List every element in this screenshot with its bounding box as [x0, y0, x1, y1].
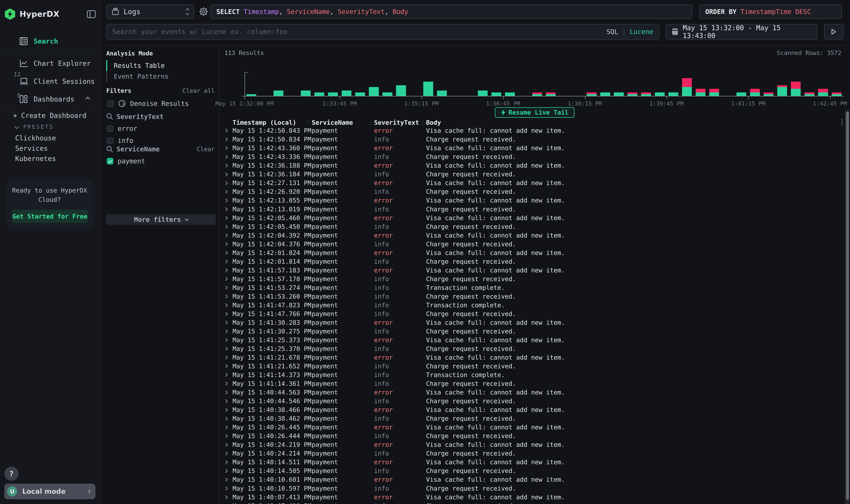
table-row[interactable]: May 15 1:40:24.214 PMpaymentinfoCharge r… — [223, 449, 843, 458]
row-expand-icon — [224, 312, 228, 316]
bar-ok-segment — [750, 92, 760, 96]
table-row[interactable]: May 15 1:41:53.260 PMpaymentinfoCharge r… — [223, 292, 843, 301]
date-range-picker[interactable]: May 15 13:32:00 - May 15 13:43:00 — [666, 24, 817, 40]
table-row[interactable]: May 15 1:40:44.563 PMpaymenterrorVisa ca… — [223, 388, 843, 397]
facet-option-error[interactable]: error — [107, 125, 215, 132]
bar-error-segment — [818, 89, 828, 92]
lucene-toggle[interactable]: Lucene — [630, 28, 653, 36]
column-resize-handle[interactable]: ⋮ — [305, 120, 312, 125]
table-row[interactable]: May 15 1:40:07.413 PMpaymenterrorVisa ca… — [223, 493, 843, 502]
table-row[interactable]: May 15 1:41:53.274 PMpaymentinfoTransact… — [223, 283, 843, 292]
column-resize-handle[interactable]: ⋮ — [367, 120, 374, 125]
checkbox[interactable] — [107, 138, 113, 144]
table-row[interactable]: May 15 1:40:44.546 PMpaymentinfoCharge r… — [223, 397, 843, 406]
table-row[interactable]: May 15 1:42:36.188 PMpaymenterrorVisa ca… — [223, 161, 843, 170]
resume-live-tail-button[interactable]: Resume Live Tail — [495, 107, 575, 118]
table-row[interactable]: May 15 1:42:05.460 PMpaymenterrorVisa ca… — [223, 214, 843, 222]
preset-item-services[interactable]: Services — [0, 143, 100, 154]
table-row[interactable]: May 15 1:42:01.814 PMpaymentinfoCharge r… — [223, 257, 843, 266]
table-row[interactable]: May 15 1:42:43.360 PMpaymenterrorVisa ca… — [223, 144, 843, 152]
table-row[interactable]: May 15 1:42:27.131 PMpaymenterrorVisa ca… — [223, 179, 843, 187]
sql-select-input[interactable]: SELECT Timestamp, ServiceName, SeverityT… — [210, 4, 692, 19]
clear-all-button[interactable]: Clear all — [182, 87, 215, 94]
table-row[interactable]: May 15 1:42:26.920 PMpaymentinfoCharge r… — [223, 187, 843, 196]
table-row[interactable]: May 15 1:42:50.834 PMpaymentinfoCharge r… — [223, 135, 843, 144]
search-icon[interactable] — [106, 146, 113, 152]
denoise-option[interactable]: Denoise Results — [107, 100, 189, 107]
facet-clear-button[interactable]: Clear — [197, 146, 215, 152]
table-row[interactable]: May 15 1:40:38.462 PMpaymentinfoCharge r… — [223, 414, 843, 423]
get-started-button[interactable]: Get Started for Free — [12, 210, 88, 223]
preset-item-clickhouse[interactable]: Clickhouse — [0, 133, 100, 143]
cell-body: Visa cache full: cannot add new item. — [426, 406, 844, 414]
cell-servicename: payment — [312, 397, 374, 406]
table-options-kebab-icon[interactable]: ⋮ — [839, 119, 845, 125]
table-row[interactable]: May 15 1:42:04.392 PMpaymenterrorVisa ca… — [223, 231, 843, 240]
cell-timestamp: May 15 1:42:50.843 PM — [233, 126, 312, 135]
table-row[interactable]: May 15 1:42:13.055 PMpaymenterrorVisa ca… — [223, 196, 843, 205]
table-row[interactable]: May 15 1:40:07.410 PMpaymentinfoCharge r… — [223, 502, 843, 504]
cell-timestamp: May 15 1:40:38.466 PM — [233, 406, 312, 414]
table-row[interactable]: May 15 1:41:25.373 PMpaymenterrorVisa ca… — [223, 336, 843, 344]
results-area: 113 Results Scanned Rows: 3572 12 0 May … — [219, 46, 850, 504]
x-axis-tick-label: 1:38:15 PM — [568, 100, 602, 107]
table-row[interactable]: May 15 1:41:21.678 PMpaymenterrorVisa ca… — [223, 353, 843, 362]
sidebar-collapse-icon[interactable] — [87, 10, 96, 18]
presets-toggle[interactable]: PRESETS — [15, 124, 54, 130]
run-query-button[interactable] — [824, 24, 844, 40]
table-row[interactable]: May 15 1:40:38.466 PMpaymenterrorVisa ca… — [223, 406, 843, 414]
table-row[interactable]: May 15 1:42:43.336 PMpaymentinfoCharge r… — [223, 152, 843, 161]
cell-severity: info — [374, 170, 426, 179]
table-row[interactable]: May 15 1:41:30.275 PMpaymentinfoCharge r… — [223, 327, 843, 336]
checkbox[interactable] — [107, 158, 113, 164]
table-row[interactable]: May 15 1:41:14.373 PMpaymentinfoTransact… — [223, 371, 843, 379]
table-row[interactable]: May 15 1:42:01.824 PMpaymenterrorVisa ca… — [223, 249, 843, 257]
table-row[interactable]: May 15 1:40:14.511 PMpaymenterrorVisa ca… — [223, 458, 843, 467]
table-row[interactable]: May 15 1:41:47.766 PMpaymentinfoCharge r… — [223, 309, 843, 318]
cell-timestamp: May 15 1:42:36.184 PM — [233, 170, 312, 179]
order-by-input[interactable]: ORDER BY TimestampTime DESC — [699, 4, 842, 19]
table-row[interactable]: May 15 1:41:30.283 PMpaymenterrorVisa ca… — [223, 318, 843, 327]
sql-toggle[interactable]: SQL — [607, 28, 618, 36]
table-row[interactable]: May 15 1:42:05.450 PMpaymentinfoCharge r… — [223, 222, 843, 231]
gear-icon[interactable] — [199, 7, 209, 17]
query-token: SELECT — [216, 8, 243, 16]
scrollbar-thumb[interactable] — [846, 112, 849, 500]
x-axis-tick — [830, 96, 830, 99]
table-row[interactable]: May 15 1:41:14.361 PMpaymentinfoCharge r… — [223, 379, 843, 388]
checkbox[interactable] — [107, 125, 113, 132]
user-menu[interactable]: U Local mode — [4, 484, 95, 499]
mode-event-patterns[interactable]: Event Patterns — [106, 71, 216, 82]
preset-item-kubernetes[interactable]: Kubernetes — [0, 154, 100, 164]
table-row[interactable]: May 15 1:42:50.843 PMpaymenterrorVisa ca… — [223, 126, 843, 135]
table-row[interactable]: May 15 1:41:25.370 PMpaymentinfoCharge r… — [223, 344, 843, 353]
mode-results-table[interactable]: Results Table — [106, 60, 216, 71]
table-row[interactable]: May 15 1:40:14.505 PMpaymentinfoCharge r… — [223, 467, 843, 475]
sidebar-item-chart-explorer[interactable]: Chart Explorer — [0, 55, 100, 72]
table-row[interactable]: May 15 1:42:04.376 PMpaymentinfoCharge r… — [223, 240, 843, 249]
facet-option-payment[interactable]: payment — [107, 157, 215, 165]
table-row[interactable]: May 15 1:41:47.823 PMpaymentinfoTransact… — [223, 301, 843, 309]
table-row[interactable]: May 15 1:42:13.019 PMpaymentinfoCharge r… — [223, 205, 843, 214]
cell-servicename: payment — [312, 257, 374, 266]
denoise-checkbox[interactable] — [107, 100, 114, 107]
help-button[interactable]: ? — [4, 467, 18, 481]
table-row[interactable]: May 15 1:40:24.219 PMpaymenterrorVisa ca… — [223, 440, 843, 449]
table-row[interactable]: May 15 1:40:26.445 PMpaymenterrorVisa ca… — [223, 423, 843, 432]
table-row[interactable]: May 15 1:41:57.183 PMpaymenterrorVisa ca… — [223, 266, 843, 275]
table-row[interactable]: May 15 1:40:10.601 PMpaymenterrorVisa ca… — [223, 475, 843, 484]
search-icon[interactable] — [106, 113, 113, 120]
sidebar-item-search[interactable]: Search — [0, 33, 100, 50]
table-row[interactable]: May 15 1:42:36.184 PMpaymentinfoCharge r… — [223, 170, 843, 179]
source-select[interactable]: Logs — [106, 4, 194, 19]
table-row[interactable]: May 15 1:40:26.444 PMpaymentinfoCharge r… — [223, 432, 843, 440]
table-row[interactable]: May 15 1:40:10.597 PMpaymentinfoCharge r… — [223, 484, 843, 493]
table-row[interactable]: May 15 1:41:57.178 PMpaymentinfoCharge r… — [223, 275, 843, 283]
facet-option-info[interactable]: info — [107, 137, 215, 144]
column-resize-handle[interactable]: ⋮ — [420, 120, 426, 125]
journal-icon — [20, 37, 28, 46]
create-dashboard-button[interactable]: + Create Dashboard — [13, 112, 87, 120]
more-filters-button[interactable]: More filters — [106, 214, 216, 225]
lucene-search-input[interactable]: Search your events w/ Lucene ex. column:… — [106, 24, 659, 40]
table-row[interactable]: May 15 1:41:21.652 PMpaymentinfoCharge r… — [223, 362, 843, 371]
